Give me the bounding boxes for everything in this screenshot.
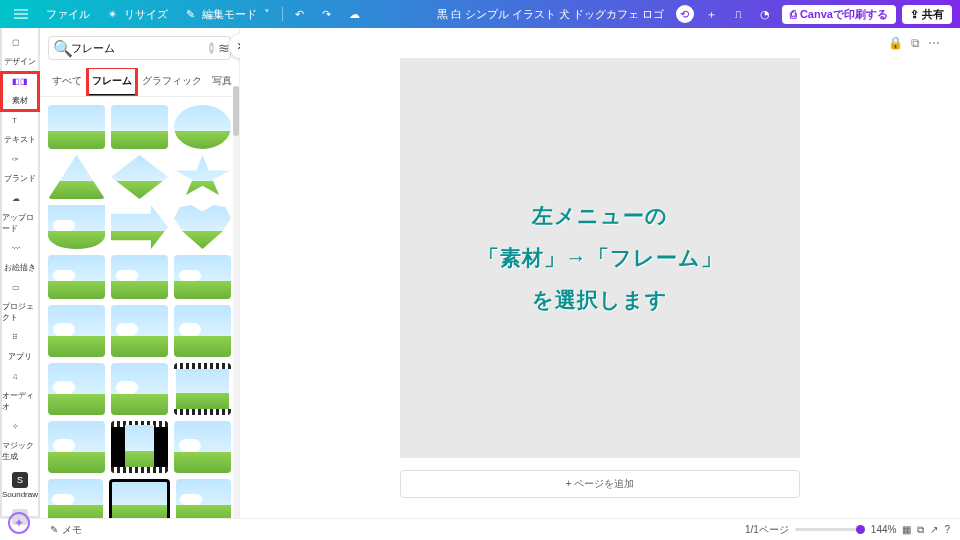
sidebar-item-apps[interactable]: ⠿アプリ [2,329,38,366]
sidebar-item-upload[interactable]: ☁アップロード [2,190,38,238]
sidebar-item-audio[interactable]: ♫オーディオ [2,368,38,416]
sidebar-item-soundraw[interactable]: SSoundraw [2,468,38,503]
panel-tabs: すべて フレーム グラフィック 写真 動画 › [40,68,239,97]
instruction-text: 左メニューの [532,202,668,230]
clear-search-button[interactable]: × [209,42,214,54]
grid-view-icon[interactable]: ▦ [902,524,911,535]
project-title[interactable]: 黒 白 シンプル イラスト 犬 ドッグカフェ ロゴ [431,5,670,24]
share-button[interactable]: ⇪ 共有 [902,5,952,24]
sidebar-item-draw[interactable]: 〰お絵描き [2,240,38,277]
frame-item[interactable] [48,105,105,149]
frame-item[interactable] [111,421,168,473]
frame-item[interactable] [174,421,231,473]
search-input[interactable] [71,42,209,54]
svg-rect-1 [14,13,28,14]
frame-item[interactable] [109,479,170,518]
frame-item[interactable] [174,255,231,299]
instruction-text: 「素材」→「フレーム」 [478,244,723,272]
frame-item[interactable] [111,255,168,299]
tab-all[interactable]: すべて [48,68,86,96]
svg-rect-2 [14,18,28,19]
analytics-icon[interactable]: ⎍ [729,6,748,22]
frame-item[interactable] [111,105,168,149]
resize-button[interactable]: ✴ リサイズ [102,5,174,24]
frame-item[interactable] [174,363,231,415]
frame-item[interactable] [111,305,168,357]
tab-photo[interactable]: 写真 [208,68,236,96]
zoom-value[interactable]: 144% [871,524,897,535]
frame-item[interactable] [48,421,105,473]
undo-button[interactable]: ↶ [289,6,310,23]
sidebar-item-design[interactable]: ▢デザイン [2,34,38,71]
frame-item[interactable] [111,205,168,249]
chevron-down-icon: ˅ [264,8,270,21]
comment-icon[interactable]: ◔ [754,6,776,23]
elements-panel: × 🔍 × ≋ すべて フレーム グラフィック 写真 動画 › [40,28,240,518]
sidebar-item-magic[interactable]: ✧マジック生成 [2,418,38,466]
sidebar-item-text[interactable]: Tテキスト [2,112,38,149]
left-rail: ▢デザイン ◧◨素材 Tテキスト ✑ブランド ☁アップロード 〰お絵描き ▭プロ… [0,28,40,518]
page-nav[interactable]: 1/1ページ 144% ▦ ⧉ ↗ ? [745,523,950,537]
frame-item[interactable] [174,305,231,357]
thumbnail-view-icon[interactable]: ⧉ [917,524,924,536]
frame-item[interactable] [48,479,103,518]
frame-item[interactable] [111,363,168,415]
page-indicator: 1/1ページ [745,523,789,537]
present-icon[interactable]: ↗ [930,524,938,535]
frame-item[interactable] [48,255,105,299]
frame-item[interactable] [174,105,231,149]
frame-item[interactable] [48,205,105,249]
top-bar: ファイル ✴ リサイズ ✎ 編集モード ˅ ↶ ↷ ☁ 黒 白 シンプル イラス… [0,0,960,28]
frame-item[interactable] [174,205,231,249]
cloud-sync-icon[interactable]: ☁ [343,6,366,23]
sidebar-item-brand[interactable]: ✑ブランド [2,151,38,188]
print-with-canva-button[interactable]: ⎙ Canvaで印刷する [782,5,896,24]
instruction-text: を選択します [532,286,668,314]
notes-button[interactable]: メモ [62,523,82,537]
svg-rect-0 [14,9,28,10]
lock-icon[interactable]: 🔒 [888,36,903,50]
hamburger-icon[interactable] [8,5,34,23]
sidebar-item-projects[interactable]: ▭プロジェクト [2,279,38,327]
search-box[interactable]: 🔍 × ≋ [48,36,231,60]
edit-mode-menu[interactable]: ✎ 編集モード ˅ [180,5,276,24]
magic-button[interactable]: ✦ [8,512,30,534]
help-icon[interactable]: ? [944,524,950,535]
frame-item[interactable] [176,479,231,518]
delete-icon[interactable]: ⋯ [928,36,940,50]
collaborators-button[interactable]: ⟲ [676,5,694,23]
design-canvas[interactable]: 左メニューの 「素材」→「フレーム」 を選択します [400,58,800,458]
tab-graphic[interactable]: グラフィック [138,68,206,96]
zoom-slider[interactable] [795,528,865,531]
search-icon: 🔍 [53,39,67,58]
frame-item[interactable] [48,155,105,199]
add-page-button[interactable]: + ページを追加 [400,470,800,498]
frames-grid [40,97,239,518]
add-button[interactable]: ＋ [700,5,723,24]
sidebar-item-elements[interactable]: ◧◨素材 [2,73,38,110]
panel-scrollbar[interactable] [233,97,239,518]
file-menu[interactable]: ファイル [40,5,96,24]
tab-frame[interactable]: フレーム [88,68,136,96]
frame-item[interactable] [48,363,105,415]
frame-item[interactable] [174,155,231,199]
bottom-bar: ✦ ✎メモ 1/1ページ 144% ▦ ⧉ ↗ ? [0,518,960,540]
canvas-area: 🔒 ⧉ ⋯ 左メニューの 「素材」→「フレーム」 を選択します + ページを追加 [240,28,960,518]
redo-button[interactable]: ↷ [316,6,337,23]
duplicate-icon[interactable]: ⧉ [911,36,920,50]
frame-item[interactable] [111,155,168,199]
frame-item[interactable] [48,305,105,357]
